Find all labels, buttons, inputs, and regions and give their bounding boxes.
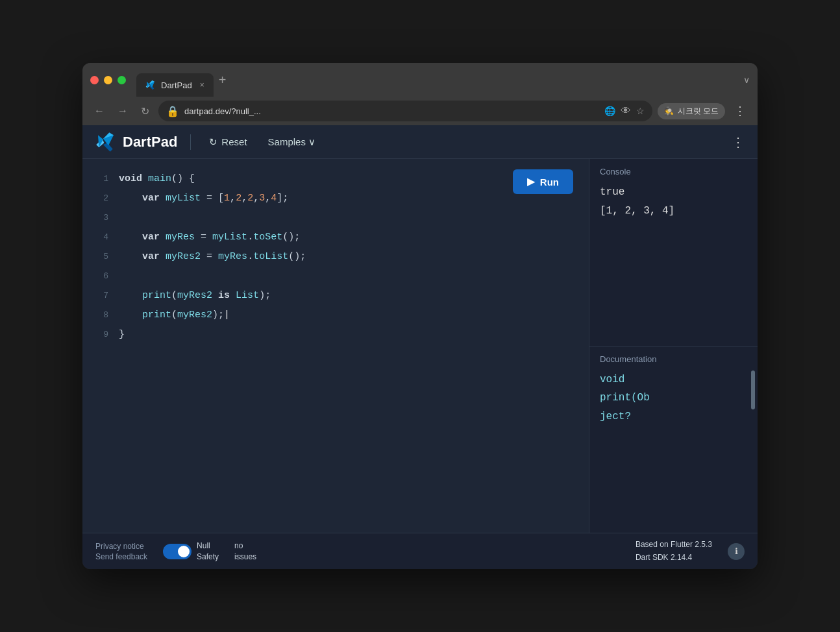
run-play-icon: ▶ [527, 176, 535, 188]
browser-tab[interactable]: DartPad × [136, 73, 214, 97]
browser-menu-button[interactable]: ⋮ [730, 104, 750, 118]
samples-chevron-icon: ∨ [308, 136, 315, 148]
tab-area: DartPad × + ∨ [136, 63, 750, 97]
code-lines: 1 void main() { 2 var myList = [1,2,2,3,… [82, 169, 589, 345]
null-safety-toggle[interactable]: Null Safety [163, 541, 219, 563]
issues-line2: issues [234, 552, 256, 563]
documentation-label: Documentation [600, 354, 747, 364]
line-number-4: 4 [93, 229, 108, 246]
doc-line-3: ject? [600, 407, 747, 426]
translate-icon[interactable]: 🌐 [604, 106, 615, 116]
code-content-2: var myList = [1,2,2,3,4]; [119, 189, 288, 208]
browser-window: DartPad × + ∨ ← → ↻ 🔒 dartpad.dev/?null_… [82, 63, 758, 569]
feedback-link[interactable]: Send feedback [95, 552, 147, 561]
traffic-lights [90, 76, 126, 84]
main-content: ▶ Run 1 void main() { 2 var myList = [1,… [82, 159, 758, 533]
code-content-1: void main() { [119, 169, 195, 189]
sdk-info: Based on Flutter 2.5.3 Dart SDK 2.14.4 [636, 539, 712, 563]
dartpad-title: DartPad [123, 134, 177, 151]
line-number-9: 9 [93, 326, 108, 343]
address-bar[interactable]: 🔒 dartpad.dev/?null_... 🌐 👁 ☆ [158, 101, 652, 121]
console-section: Console true [1, 2, 3, 4] [589, 159, 758, 346]
dart-tab-icon [145, 80, 156, 90]
sdk-line1: Based on Flutter 2.5.3 [636, 539, 712, 551]
footer-links: Privacy notice Send feedback [95, 542, 147, 561]
new-tab-button[interactable]: + [219, 73, 227, 88]
issues-line1: no [234, 541, 256, 552]
header-more-button[interactable]: ⋮ [732, 134, 745, 150]
console-line-2: [1, 2, 3, 4] [600, 202, 747, 221]
null-safety-line2: Safety [197, 552, 219, 563]
footer: Privacy notice Send feedback Null Safety… [82, 533, 758, 569]
incognito-badge: 🕵️ 시크릿 모드 [658, 103, 725, 119]
lock-icon: 🔒 [166, 105, 179, 117]
line-number-1: 1 [93, 171, 108, 188]
doc-line-1: void [600, 371, 747, 389]
issues-status: no issues [234, 541, 256, 563]
code-line-8: 8 print(myRes2); [93, 306, 578, 325]
dartpad-logo-icon [95, 132, 116, 152]
code-line-2: 2 var myList = [1,2,2,3,4]; [93, 189, 578, 208]
console-output: true [1, 2, 3, 4] [600, 183, 747, 221]
line-number-8: 8 [93, 307, 108, 324]
code-content-6 [119, 267, 125, 286]
header-divider [190, 134, 191, 150]
code-content-7: print(myRes2 is List); [119, 286, 271, 306]
console-label: Console [600, 167, 747, 176]
code-content-5: var myRes2 = myRes.toList(); [119, 247, 306, 267]
forward-button[interactable]: → [114, 103, 132, 119]
reload-button[interactable]: ↻ [137, 103, 153, 120]
code-content-3 [119, 208, 125, 228]
line-number-3: 3 [93, 210, 108, 226]
incognito-label: 시크릿 모드 [678, 106, 719, 117]
line-number-5: 5 [93, 249, 108, 265]
reset-label: Reset [221, 136, 247, 147]
line-number-6: 6 [93, 268, 108, 285]
close-traffic-light[interactable] [90, 76, 99, 84]
address-text: dartpad.dev/?null_... [184, 106, 599, 116]
null-safety-label: Null Safety [197, 541, 219, 563]
dartpad-logo: DartPad [95, 132, 177, 152]
scrollbar[interactable] [751, 371, 755, 409]
eye-slash-icon[interactable]: 👁 [621, 105, 631, 117]
privacy-link[interactable]: Privacy notice [95, 542, 147, 551]
reset-icon: ↻ [209, 136, 217, 148]
documentation-section: Documentation void print(Ob ject? [589, 346, 758, 533]
code-line-9: 9 } [93, 325, 578, 345]
incognito-icon: 🕵️ [664, 106, 674, 115]
tab-close-button[interactable]: × [200, 80, 204, 90]
toggle-knob [178, 546, 190, 557]
code-line-7: 7 print(myRes2 is List); [93, 286, 578, 306]
samples-label: Samples [268, 136, 306, 147]
minimize-traffic-light[interactable] [104, 76, 112, 84]
back-button[interactable]: ← [90, 103, 108, 119]
dartpad-header: DartPad ↻ Reset Samples ∨ ⋮ [82, 125, 758, 159]
nav-bar: ← → ↻ 🔒 dartpad.dev/?null_... 🌐 👁 ☆ 🕵️ 시… [82, 97, 758, 125]
run-button[interactable]: ▶ Run [513, 169, 573, 194]
right-panel: Console true [1, 2, 3, 4] Documentation … [589, 159, 758, 533]
reset-button[interactable]: ↻ Reset [204, 134, 252, 151]
line-number-7: 7 [93, 287, 108, 304]
code-line-1: 1 void main() { [93, 169, 578, 189]
tab-chevron-icon[interactable]: ∨ [743, 75, 750, 85]
info-button[interactable]: ℹ [728, 543, 745, 560]
maximize-traffic-light[interactable] [117, 76, 126, 84]
star-icon[interactable]: ☆ [636, 106, 645, 116]
null-safety-switch[interactable] [163, 544, 191, 559]
documentation-output: void print(Ob ject? [600, 371, 747, 426]
line-number-2: 2 [93, 190, 108, 207]
code-editor[interactable]: ▶ Run 1 void main() { 2 var myList = [1,… [82, 159, 589, 533]
tab-title: DartPad [161, 80, 192, 90]
code-line-6: 6 [93, 267, 578, 286]
samples-button[interactable]: Samples ∨ [263, 134, 321, 151]
console-line-1: true [600, 183, 747, 202]
run-label: Run [540, 176, 559, 188]
code-line-4: 4 var myRes = myList.toSet(); [93, 228, 578, 247]
sdk-line2: Dart SDK 2.14.4 [636, 552, 712, 564]
code-content-9: } [119, 325, 125, 345]
title-bar: DartPad × + ∨ [82, 63, 758, 97]
code-line-5: 5 var myRes2 = myRes.toList(); [93, 247, 578, 267]
nav-icons: 🌐 👁 ☆ [604, 105, 645, 117]
null-safety-line1: Null [197, 541, 219, 552]
code-content-8: print(myRes2); [119, 306, 230, 325]
